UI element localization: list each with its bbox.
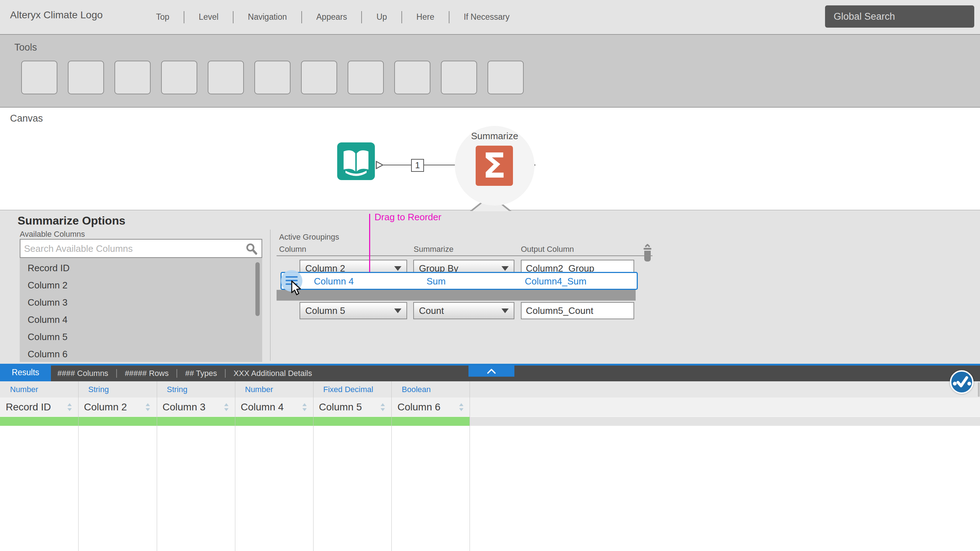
chevron-down-icon — [501, 309, 509, 313]
output-column-input[interactable] — [521, 302, 634, 319]
nav-item-navigation[interactable]: Navigation — [234, 12, 301, 22]
app-window: Alteryx Climate Logo TopLevelNavigationA… — [0, 0, 980, 551]
output-column-header: Output Column — [521, 245, 574, 254]
dragged-grouping-row[interactable]: Column 4 Sum Column4_Sum — [280, 272, 638, 290]
tool-slot[interactable] — [161, 61, 197, 94]
column-header-cell[interactable]: Column 4 — [241, 398, 284, 416]
summarize-header: Summarize — [414, 245, 453, 254]
sort-up-arrow — [459, 403, 463, 406]
type-label: String — [167, 381, 187, 398]
sort-down-arrow — [146, 408, 150, 411]
header-bar: Alteryx Climate Logo TopLevelNavigationA… — [0, 0, 980, 35]
grip-line — [286, 276, 298, 278]
tool-slot[interactable] — [255, 61, 291, 94]
active-groupings-label: Active Groupings — [279, 233, 339, 242]
column-divider — [235, 381, 235, 551]
tool-slot[interactable] — [301, 61, 337, 94]
input-data-tool[interactable] — [337, 142, 375, 180]
available-columns-list: Record IDColumn 2Column 3Column 4Column … — [20, 258, 262, 362]
canvas-title: Canvas — [10, 113, 43, 124]
sort-icon[interactable] — [302, 403, 307, 411]
row-drag-handle[interactable] — [280, 264, 288, 268]
available-column-item[interactable]: Column 5 — [28, 328, 67, 346]
tool-slot[interactable] — [348, 61, 384, 94]
tool-slot[interactable] — [487, 61, 524, 94]
summarize-sigma-icon: Σ — [476, 146, 513, 186]
tool-slot[interactable] — [21, 61, 57, 94]
tool-slot[interactable] — [115, 61, 151, 94]
main-nav: TopLevelNavigationAppearsUpHereIf Necess… — [142, 0, 524, 34]
dragged-output-value: Column4_Sum — [525, 276, 587, 287]
list-scrollbar-thumb[interactable] — [255, 262, 260, 316]
global-search-button[interactable]: Global Search — [825, 5, 974, 28]
tools-title: Tools — [14, 42, 37, 53]
sort-icon[interactable] — [380, 403, 385, 411]
column-header: Column — [279, 245, 306, 254]
connection-label: 1 — [411, 159, 424, 172]
delete-grouping-icon[interactable] — [642, 244, 653, 263]
collapse-results-button[interactable] — [468, 366, 514, 377]
sort-icon[interactable] — [67, 403, 72, 411]
results-stat: ## Types — [185, 369, 217, 378]
sort-icon[interactable] — [459, 403, 463, 411]
results-stat: XXX Additional Details — [234, 369, 312, 378]
tool-slot[interactable] — [394, 61, 430, 94]
type-label: Fixed Decimal — [323, 381, 373, 398]
drag-to-reorder-annotation: Drag to Reorder — [374, 212, 441, 223]
check-dots-icon — [951, 372, 972, 392]
stat-separator — [225, 369, 226, 378]
dragged-summarize-value: Sum — [426, 276, 445, 287]
sigma-glyph: Σ — [482, 148, 506, 183]
results-stat: ##### Rows — [125, 369, 169, 378]
nav-item-appears[interactable]: Appears — [302, 12, 361, 22]
type-label: Number — [10, 381, 38, 398]
dragged-column-value: Column 4 — [314, 276, 354, 287]
column-dropdown[interactable]: Column 5 — [299, 302, 407, 319]
app-logo: Alteryx Climate Logo — [10, 10, 103, 21]
column-divider — [313, 381, 313, 551]
tool-slot[interactable] — [68, 61, 104, 94]
available-column-item[interactable]: Column 3 — [28, 294, 67, 311]
column-header-cell[interactable]: Column 3 — [162, 398, 205, 416]
sort-down-arrow — [302, 408, 307, 411]
column-divider — [157, 381, 157, 551]
chevron-down-icon — [501, 266, 509, 271]
column-header-cell[interactable]: Column 6 — [398, 398, 441, 416]
nav-item-up[interactable]: Up — [362, 12, 401, 22]
tools-palette: Tools — [0, 35, 980, 108]
sort-down-arrow — [67, 408, 72, 411]
panel-divider — [270, 229, 270, 361]
summarize-dropdown[interactable]: Count — [413, 302, 514, 319]
tool-slot[interactable] — [441, 61, 477, 94]
nav-item-if-necessary[interactable]: If Necessary — [449, 12, 524, 22]
chevron-down-icon — [394, 309, 401, 313]
results-tab[interactable]: Results — [0, 364, 51, 381]
results-table: NumberRecord IDStringColumn 2StringColum… — [0, 381, 980, 551]
nav-item-level[interactable]: Level — [185, 12, 233, 22]
summarize-tool[interactable]: Summarize Σ — [455, 126, 535, 205]
available-column-item[interactable]: Record ID — [28, 260, 70, 277]
available-column-item[interactable]: Column 6 — [28, 346, 67, 362]
search-available-columns-input[interactable] — [23, 240, 236, 257]
type-label: String — [88, 381, 109, 398]
row-drag-handle[interactable] — [280, 307, 288, 310]
sort-icon[interactable] — [224, 403, 229, 411]
chevron-up-icon — [487, 368, 496, 374]
panel-title: Summarize Options — [18, 214, 126, 228]
workflow-canvas: Canvas 1 Summarize Σ — [0, 108, 980, 210]
results-stats: #### Columns##### Rows## TypesXXX Additi… — [57, 366, 312, 381]
stat-separator — [177, 369, 177, 378]
column-divider — [391, 381, 392, 551]
search-icon — [245, 242, 258, 255]
nav-item-top[interactable]: Top — [142, 12, 184, 22]
available-column-item[interactable]: Column 2 — [28, 277, 67, 294]
results-scrollbar[interactable] — [978, 382, 980, 397]
column-header-cell[interactable]: Record ID — [6, 398, 51, 416]
available-column-item[interactable]: Column 4 — [28, 311, 67, 328]
column-header-cell[interactable]: Column 5 — [319, 398, 362, 416]
nav-item-here[interactable]: Here — [402, 12, 449, 22]
tool-slot[interactable] — [208, 61, 244, 94]
sort-icon[interactable] — [146, 403, 150, 411]
data-health-check-icon[interactable] — [950, 370, 974, 394]
column-header-cell[interactable]: Column 2 — [84, 398, 127, 416]
